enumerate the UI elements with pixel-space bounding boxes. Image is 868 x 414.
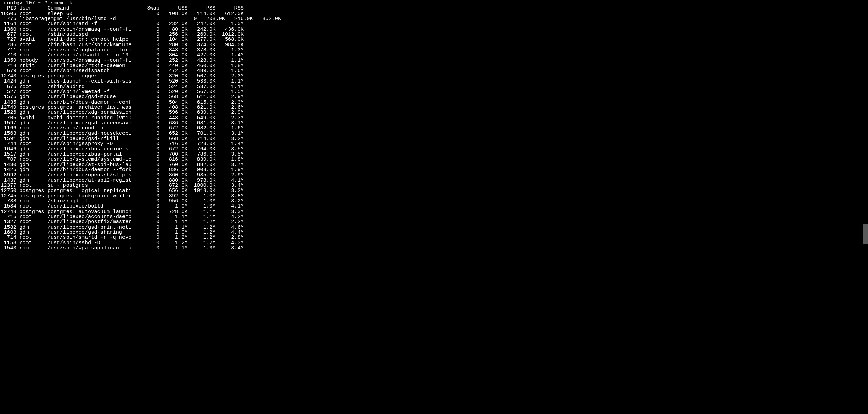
window-top-border: [0, 0, 863, 0]
terminal-output[interactable]: [root@vm107 ~]# smem -k PID User Command…: [0, 0, 868, 251]
scrollbar-thumb[interactable]: [863, 224, 868, 244]
scrollbar-track[interactable]: [863, 0, 868, 414]
table-body: 16505 root sleep 60 0 108.0K 114.0K 612.…: [1, 11, 281, 251]
